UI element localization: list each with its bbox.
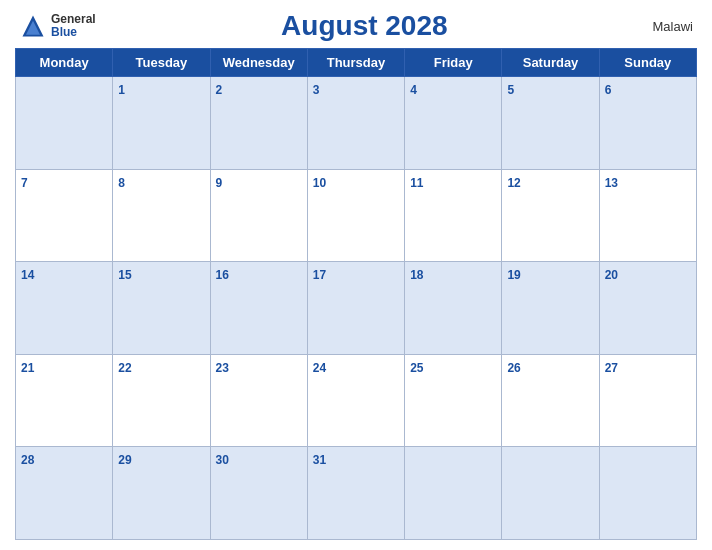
day-number: 2 bbox=[216, 83, 223, 97]
calendar-cell bbox=[16, 77, 113, 170]
weekday-header-monday: Monday bbox=[16, 49, 113, 77]
day-number: 20 bbox=[605, 268, 618, 282]
calendar-cell: 11 bbox=[405, 169, 502, 262]
calendar-cell: 5 bbox=[502, 77, 599, 170]
day-number: 15 bbox=[118, 268, 131, 282]
weekday-header-wednesday: Wednesday bbox=[210, 49, 307, 77]
calendar-cell: 19 bbox=[502, 262, 599, 355]
calendar-cell: 22 bbox=[113, 354, 210, 447]
calendar-cell: 21 bbox=[16, 354, 113, 447]
calendar-cell: 31 bbox=[307, 447, 404, 540]
calendar-cell: 17 bbox=[307, 262, 404, 355]
calendar-cell: 25 bbox=[405, 354, 502, 447]
calendar-cell bbox=[405, 447, 502, 540]
calendar-cell: 6 bbox=[599, 77, 696, 170]
calendar-cell bbox=[502, 447, 599, 540]
day-number: 3 bbox=[313, 83, 320, 97]
day-number: 22 bbox=[118, 361, 131, 375]
day-number: 18 bbox=[410, 268, 423, 282]
logo-text: General Blue bbox=[51, 13, 96, 39]
day-number: 16 bbox=[216, 268, 229, 282]
calendar-cell: 12 bbox=[502, 169, 599, 262]
day-number: 26 bbox=[507, 361, 520, 375]
day-number: 29 bbox=[118, 453, 131, 467]
calendar-table: MondayTuesdayWednesdayThursdayFridaySatu… bbox=[15, 48, 697, 540]
calendar-cell: 2 bbox=[210, 77, 307, 170]
calendar-cell: 4 bbox=[405, 77, 502, 170]
calendar-cell: 29 bbox=[113, 447, 210, 540]
calendar-cell: 20 bbox=[599, 262, 696, 355]
country-label: Malawi bbox=[633, 19, 693, 34]
calendar-cell: 15 bbox=[113, 262, 210, 355]
week-row-1: 123456 bbox=[16, 77, 697, 170]
calendar-cell: 3 bbox=[307, 77, 404, 170]
day-number: 12 bbox=[507, 176, 520, 190]
day-number: 4 bbox=[410, 83, 417, 97]
weekday-header-tuesday: Tuesday bbox=[113, 49, 210, 77]
calendar-cell: 7 bbox=[16, 169, 113, 262]
day-number: 6 bbox=[605, 83, 612, 97]
calendar-cell: 30 bbox=[210, 447, 307, 540]
calendar-cell bbox=[599, 447, 696, 540]
weekday-header-thursday: Thursday bbox=[307, 49, 404, 77]
calendar-cell: 23 bbox=[210, 354, 307, 447]
weekday-header-row: MondayTuesdayWednesdayThursdayFridaySatu… bbox=[16, 49, 697, 77]
calendar-cell: 26 bbox=[502, 354, 599, 447]
day-number: 19 bbox=[507, 268, 520, 282]
calendar-cell: 27 bbox=[599, 354, 696, 447]
day-number: 5 bbox=[507, 83, 514, 97]
day-number: 24 bbox=[313, 361, 326, 375]
calendar-header: General Blue August 2028 Malawi bbox=[15, 10, 697, 42]
day-number: 21 bbox=[21, 361, 34, 375]
logo-icon bbox=[19, 12, 47, 40]
day-number: 28 bbox=[21, 453, 34, 467]
day-number: 7 bbox=[21, 176, 28, 190]
day-number: 25 bbox=[410, 361, 423, 375]
calendar-cell: 10 bbox=[307, 169, 404, 262]
day-number: 13 bbox=[605, 176, 618, 190]
calendar-cell: 9 bbox=[210, 169, 307, 262]
day-number: 30 bbox=[216, 453, 229, 467]
day-number: 9 bbox=[216, 176, 223, 190]
day-number: 10 bbox=[313, 176, 326, 190]
weekday-header-sunday: Sunday bbox=[599, 49, 696, 77]
day-number: 14 bbox=[21, 268, 34, 282]
day-number: 27 bbox=[605, 361, 618, 375]
calendar-cell: 16 bbox=[210, 262, 307, 355]
day-number: 17 bbox=[313, 268, 326, 282]
calendar-cell: 8 bbox=[113, 169, 210, 262]
calendar-cell: 1 bbox=[113, 77, 210, 170]
logo: General Blue bbox=[19, 12, 96, 40]
week-row-3: 14151617181920 bbox=[16, 262, 697, 355]
weekday-header-friday: Friday bbox=[405, 49, 502, 77]
day-number: 31 bbox=[313, 453, 326, 467]
day-number: 11 bbox=[410, 176, 423, 190]
logo-blue-text: Blue bbox=[51, 26, 96, 39]
week-row-5: 28293031 bbox=[16, 447, 697, 540]
calendar-title: August 2028 bbox=[96, 10, 633, 42]
weekday-header-saturday: Saturday bbox=[502, 49, 599, 77]
calendar-cell: 28 bbox=[16, 447, 113, 540]
day-number: 1 bbox=[118, 83, 125, 97]
calendar-cell: 14 bbox=[16, 262, 113, 355]
week-row-2: 78910111213 bbox=[16, 169, 697, 262]
calendar-cell: 24 bbox=[307, 354, 404, 447]
day-number: 8 bbox=[118, 176, 125, 190]
calendar-cell: 18 bbox=[405, 262, 502, 355]
day-number: 23 bbox=[216, 361, 229, 375]
week-row-4: 21222324252627 bbox=[16, 354, 697, 447]
calendar-cell: 13 bbox=[599, 169, 696, 262]
